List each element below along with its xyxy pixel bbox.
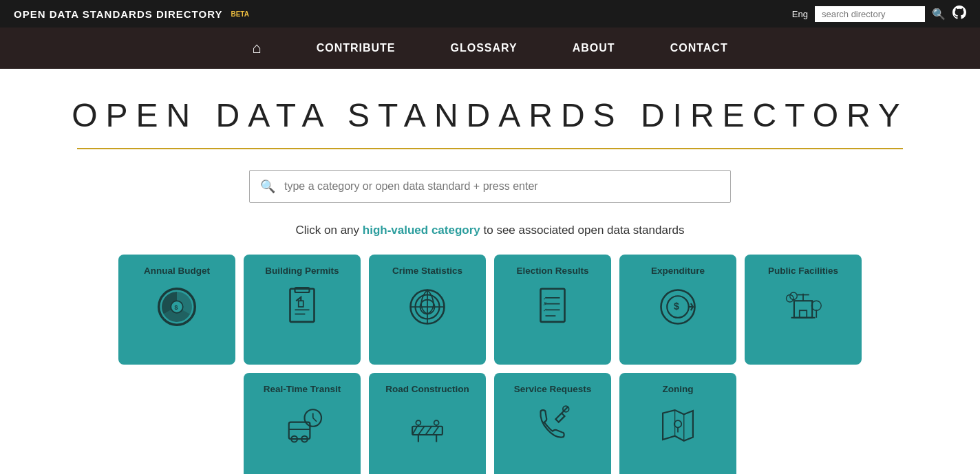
svg-rect-4 xyxy=(295,288,310,292)
nav-about[interactable]: ABOUT xyxy=(573,42,615,54)
beta-badge: BETA xyxy=(231,10,248,18)
category-card-expenditure[interactable]: Expenditure $ xyxy=(619,255,736,365)
svg-rect-3 xyxy=(290,289,315,322)
nav-contribute[interactable]: CONTRIBUTE xyxy=(317,42,396,54)
category-description: Click on any high-valued category to see… xyxy=(14,224,966,237)
svg-rect-24 xyxy=(794,301,812,318)
search-input-top[interactable] xyxy=(815,6,925,22)
category-label: Crime Statistics xyxy=(392,266,462,276)
category-card-crime-statistics[interactable]: Crime Statistics xyxy=(369,255,486,365)
permits-icon xyxy=(278,283,326,331)
top-bar-left: OPEN DATA STANDARDS DIRECTORY BETA xyxy=(14,8,249,20)
svg-point-32 xyxy=(811,301,821,310)
crime-icon xyxy=(403,283,451,331)
search-icon-top[interactable]: 🔍 xyxy=(932,8,946,21)
lang-label: Eng xyxy=(792,9,808,19)
svg-point-54 xyxy=(674,420,682,428)
category-card-real-time-transit[interactable]: Real-Time Transit xyxy=(244,373,361,474)
nav-contact[interactable]: CONTACT xyxy=(670,42,728,54)
category-card-election-results[interactable]: Election Results ✓ ✗ ✓ xyxy=(494,255,611,365)
site-title-top: OPEN DATA STANDARDS DIRECTORY xyxy=(14,8,222,20)
search-box-container: 🔍 xyxy=(249,170,731,203)
search-box-icon: 🔍 xyxy=(260,179,275,194)
category-label: Real-Time Transit xyxy=(264,384,341,394)
svg-line-43 xyxy=(425,427,432,435)
category-card-road-construction[interactable]: Road Construction xyxy=(369,373,486,474)
svg-rect-5 xyxy=(299,301,303,307)
nav-glossary[interactable]: GLOSSARY xyxy=(451,42,518,54)
home-nav-icon[interactable]: ⌂ xyxy=(252,39,261,57)
zoning-icon xyxy=(654,401,702,449)
category-label: Election Results xyxy=(516,266,588,276)
expenditure-icon: $ xyxy=(654,283,702,331)
category-card-annual-budget[interactable]: Annual Budget $ xyxy=(118,255,235,365)
election-icon: ✓ ✗ ✓ xyxy=(529,283,577,331)
svg-text:$: $ xyxy=(175,304,178,311)
high-valued-link[interactable]: high-valued category xyxy=(363,224,480,237)
category-card-zoning[interactable]: Zoning xyxy=(619,373,736,474)
category-label: Annual Budget xyxy=(144,266,210,276)
service-icon xyxy=(529,401,577,449)
github-icon[interactable] xyxy=(952,6,966,23)
nav-bar: ⌂ CONTRIBUTE GLOSSARY ABOUT CONTACT xyxy=(0,28,980,69)
svg-line-44 xyxy=(433,427,439,435)
facilities-icon xyxy=(779,283,827,331)
svg-rect-27 xyxy=(800,310,807,318)
category-grid: Annual Budget $ Building Permits xyxy=(77,255,903,474)
category-label: Expenditure xyxy=(651,266,705,276)
svg-point-48 xyxy=(434,420,439,425)
svg-line-42 xyxy=(418,427,425,435)
category-card-service-requests[interactable]: Service Requests xyxy=(494,373,611,474)
category-label: Road Construction xyxy=(385,384,469,394)
category-card-public-facilities[interactable]: Public Facilities xyxy=(745,255,862,365)
svg-line-39 xyxy=(313,418,317,422)
category-label: Public Facilities xyxy=(768,266,838,276)
category-card-building-permits[interactable]: Building Permits xyxy=(244,255,361,365)
main-search-input[interactable] xyxy=(249,170,731,203)
svg-point-47 xyxy=(416,420,420,425)
transit-icon xyxy=(278,401,326,449)
top-bar-right: Eng 🔍 xyxy=(792,6,966,23)
main-content: OPEN DATA STANDARDS DIRECTORY 🔍 Click on… xyxy=(0,69,980,474)
gold-divider xyxy=(77,148,903,149)
svg-text:✓: ✓ xyxy=(543,308,547,312)
svg-text:✓: ✓ xyxy=(543,296,547,301)
page-title: OPEN DATA STANDARDS DIRECTORY xyxy=(14,96,966,134)
svg-text:✗: ✗ xyxy=(543,301,547,306)
budget-icon: $ xyxy=(153,283,201,331)
svg-text:$: $ xyxy=(674,301,679,312)
category-label: Building Permits xyxy=(265,266,339,276)
category-label: Zoning xyxy=(663,384,694,394)
category-label: Service Requests xyxy=(514,384,592,394)
top-bar: OPEN DATA STANDARDS DIRECTORY BETA Eng 🔍 xyxy=(0,0,980,28)
road-icon xyxy=(403,401,451,449)
